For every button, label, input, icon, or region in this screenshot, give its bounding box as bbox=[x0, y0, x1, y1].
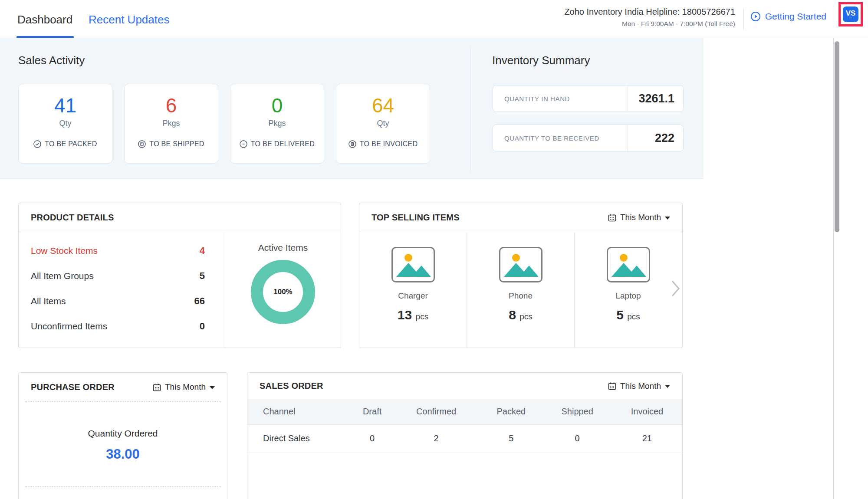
quantity-in-hand-value: 3261.1 bbox=[628, 85, 683, 112]
cell-confirmed: 2 bbox=[393, 424, 480, 452]
inventory-quantity-to-be-received-row[interactable]: QUANTITY TO BE RECEIVED 222 bbox=[493, 125, 684, 151]
all-item-groups-label: All Item Groups bbox=[31, 271, 94, 281]
top-bar: Dashboard Recent Updates Zoho Inventory … bbox=[0, 0, 868, 38]
all-items-value: 66 bbox=[194, 295, 205, 307]
low-stock-items-row[interactable]: Low Stock Items 4 bbox=[31, 238, 205, 263]
to-be-shipped-unit: Pkgs bbox=[125, 119, 218, 128]
column-draft: Draft bbox=[352, 399, 392, 424]
all-items-label: All Items bbox=[31, 296, 66, 306]
top-selling-item-laptop[interactable]: Laptop 5 pcs bbox=[575, 232, 682, 348]
delivery-circle-icon bbox=[240, 140, 247, 148]
active-items-label: Active Items bbox=[225, 243, 341, 253]
top-selling-items-title: TOP SELLING ITEMS bbox=[372, 213, 460, 223]
column-confirmed: Confirmed bbox=[393, 399, 480, 424]
item-qty: 5 bbox=[616, 308, 624, 322]
item-unit: pcs bbox=[416, 312, 429, 321]
to-be-delivered-value: 0 bbox=[230, 95, 324, 115]
donut-percent-label: 100% bbox=[273, 288, 292, 296]
top-selling-period-dropdown[interactable]: This Month bbox=[608, 213, 670, 222]
purchase-order-metric: Quantity Ordered 38.00 bbox=[19, 428, 227, 462]
tab-dashboard[interactable]: Dashboard bbox=[17, 13, 72, 26]
play-circle-icon bbox=[750, 11, 761, 22]
calendar-icon bbox=[608, 382, 616, 390]
to-be-packed-value: 41 bbox=[19, 95, 112, 115]
sales-activity-card-to-be-invoiced[interactable]: 64 Qty TO BE INVOICED bbox=[336, 84, 430, 164]
active-tab-underline bbox=[16, 36, 74, 38]
quantity-ordered-label: Quantity Ordered bbox=[19, 428, 227, 439]
top-selling-item-charger[interactable]: Charger 13 pcs bbox=[359, 232, 467, 348]
inventory-quantity-in-hand-row[interactable]: QUANTITY IN HAND 3261.1 bbox=[493, 85, 684, 112]
carousel-next-button[interactable] bbox=[670, 279, 681, 300]
user-avatar[interactable]: VS ▪▪▪ bbox=[843, 7, 858, 22]
to-be-invoiced-label: TO BE INVOICED bbox=[360, 140, 418, 148]
sales-order-table: Channel Draft Confirmed Packed Shipped I… bbox=[247, 399, 682, 453]
cell-channel: Direct Sales bbox=[247, 424, 352, 452]
image-placeholder-icon bbox=[393, 248, 434, 281]
to-be-invoiced-value: 64 bbox=[336, 95, 430, 115]
sales-order-period-dropdown[interactable]: This Month bbox=[608, 381, 670, 391]
item-name: Charger bbox=[359, 291, 467, 301]
helpline-hours: Mon - Fri 9:00AM - 7:00PM (Toll Free) bbox=[564, 20, 735, 28]
purchase-order-period-dropdown[interactable]: This Month bbox=[153, 382, 215, 392]
scrollbar-track-border bbox=[833, 38, 834, 499]
image-placeholder-icon bbox=[608, 248, 649, 281]
purchase-order-period-label: This Month bbox=[165, 382, 206, 392]
package-circle-icon bbox=[138, 140, 146, 148]
annotation-highlight: VS ▪▪▪ bbox=[838, 2, 863, 26]
active-items-chart-area: Active Items 100% bbox=[225, 232, 341, 348]
item-unit: pcs bbox=[627, 312, 640, 321]
cell-invoiced: 21 bbox=[612, 424, 682, 452]
unconfirmed-items-value: 0 bbox=[200, 321, 205, 332]
purchase-order-top-divider bbox=[25, 401, 221, 402]
quantity-in-hand-label: QUANTITY IN HAND bbox=[493, 85, 628, 112]
top-selling-items-panel: TOP SELLING ITEMS This Month Charger 13 … bbox=[359, 203, 683, 348]
to-be-delivered-label: TO BE DELIVERED bbox=[251, 140, 315, 148]
quantity-ordered-value[interactable]: 38.00 bbox=[19, 446, 227, 462]
helpline-number: Zoho Inventory India Helpline: 180057266… bbox=[564, 7, 735, 17]
avatar-subtext: ▪▪▪ bbox=[849, 17, 852, 19]
all-item-groups-row[interactable]: All Item Groups 5 bbox=[31, 263, 205, 289]
helpline-info: Zoho Inventory India Helpline: 180057266… bbox=[564, 7, 735, 28]
invoice-circle-icon bbox=[349, 140, 356, 148]
sales-activity-card-to-be-delivered[interactable]: 0 Pkgs TO BE DELIVERED bbox=[230, 84, 324, 164]
sales-order-period-label: This Month bbox=[620, 381, 661, 391]
purchase-order-panel: PURCHASE ORDER This Month Quantity Order… bbox=[18, 372, 227, 499]
calendar-icon bbox=[608, 213, 616, 222]
scrollbar-thumb[interactable] bbox=[835, 41, 839, 232]
to-be-shipped-value: 6 bbox=[125, 95, 218, 115]
all-item-groups-value: 5 bbox=[200, 270, 205, 282]
chevron-down-icon bbox=[210, 386, 215, 389]
calendar-icon bbox=[153, 383, 161, 391]
inventory-summary-title: Inventory Summary bbox=[492, 54, 590, 67]
band-vertical-divider bbox=[470, 48, 470, 171]
tab-recent-updates[interactable]: Recent Updates bbox=[89, 13, 169, 26]
all-items-row[interactable]: All Items 66 bbox=[31, 289, 205, 314]
item-name: Phone bbox=[467, 291, 574, 301]
avatar-initials: VS bbox=[846, 10, 856, 17]
quantity-to-be-received-label: QUANTITY TO BE RECEIVED bbox=[493, 125, 628, 151]
sales-activity-card-to-be-shipped[interactable]: 6 Pkgs TO BE SHIPPED bbox=[124, 84, 218, 164]
low-stock-items-label: Low Stock Items bbox=[31, 246, 98, 256]
low-stock-items-value: 4 bbox=[200, 245, 205, 256]
cell-packed: 5 bbox=[480, 424, 542, 452]
topbar-divider bbox=[743, 9, 744, 30]
image-placeholder-icon bbox=[500, 248, 541, 281]
column-invoiced: Invoiced bbox=[612, 399, 682, 424]
cell-draft: 0 bbox=[352, 424, 392, 452]
unconfirmed-items-row[interactable]: Unconfirmed Items 0 bbox=[31, 314, 205, 339]
column-channel: Channel bbox=[247, 399, 352, 424]
sales-activity-title: Sales Activity bbox=[18, 54, 85, 67]
item-unit: pcs bbox=[519, 312, 533, 321]
purchase-order-title: PURCHASE ORDER bbox=[31, 382, 115, 392]
zoho-inventory-dashboard: Dashboard Recent Updates Zoho Inventory … bbox=[0, 0, 868, 499]
cell-shipped: 0 bbox=[542, 424, 612, 452]
product-details-panel: PRODUCT DETAILS Low Stock Items 4 All It… bbox=[18, 203, 341, 348]
sales-activity-card-to-be-packed[interactable]: 41 Qty TO BE PACKED bbox=[18, 84, 112, 164]
getting-started-link[interactable]: Getting Started bbox=[750, 11, 826, 22]
purchase-order-bottom-divider bbox=[25, 486, 221, 487]
sales-order-title: SALES ORDER bbox=[260, 381, 323, 391]
top-selling-item-phone[interactable]: Phone 8 pcs bbox=[467, 232, 575, 348]
chevron-down-icon bbox=[665, 385, 670, 388]
quantity-to-be-received-value: 222 bbox=[628, 125, 683, 151]
item-qty: 13 bbox=[398, 308, 412, 322]
